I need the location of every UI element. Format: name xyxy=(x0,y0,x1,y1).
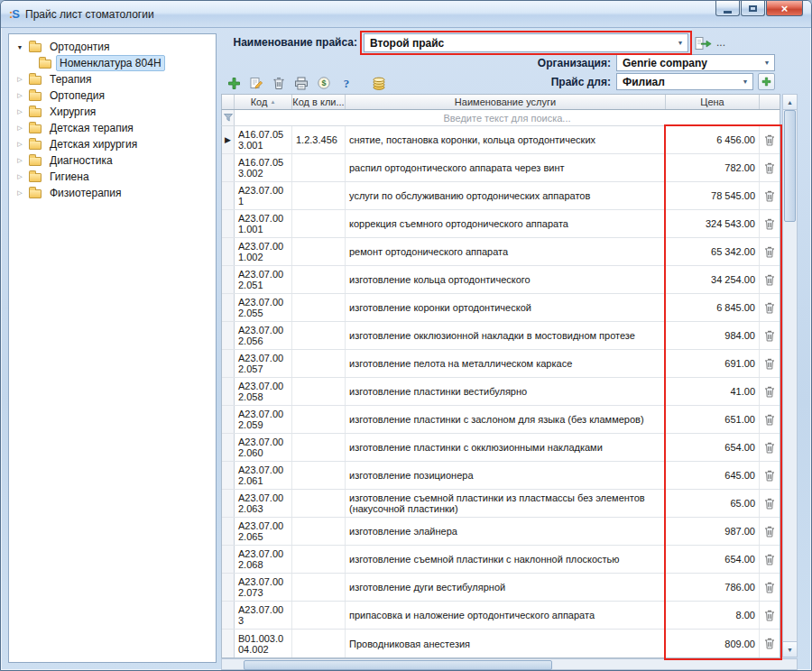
table-row[interactable]: A23.07.002.056изготовление окклюзионной … xyxy=(222,322,780,350)
row-delete-button[interactable] xyxy=(760,406,780,433)
row-delete-button[interactable] xyxy=(760,350,780,377)
expand-icon[interactable]: ▷ xyxy=(15,76,24,83)
app-window: :S Прайс лист стоматологии × ▼Ортодонтия… xyxy=(0,0,812,671)
row-indicator xyxy=(222,574,235,601)
scroll-down-button[interactable]: ▼ xyxy=(783,641,797,657)
add-button[interactable] xyxy=(226,75,242,91)
coins-button[interactable] xyxy=(371,75,387,91)
help-button[interactable]: ? xyxy=(338,75,355,91)
code-cell: A23.07.001.002 xyxy=(235,238,292,265)
table-row[interactable]: A23.07.002.058изготовление пластинки вес… xyxy=(222,378,780,406)
expand-icon[interactable]: ▷ xyxy=(15,157,24,164)
price-button[interactable]: $ xyxy=(316,75,332,91)
price-name-combobox[interactable]: Второй прайс ▼ xyxy=(364,33,688,52)
organization-combobox[interactable]: Genrie company ▼ xyxy=(616,54,775,71)
tree-item[interactable]: ▷Гигиена xyxy=(9,169,216,185)
expand-icon[interactable]: ▷ xyxy=(15,124,24,132)
tree-item[interactable]: ▷Хирургия xyxy=(9,104,216,120)
tree-item-label: Ортодонтия xyxy=(46,39,114,55)
row-delete-button[interactable] xyxy=(760,126,780,153)
expand-icon[interactable]: ▷ xyxy=(15,108,24,115)
table-row[interactable]: A16.07.053.002распил ортодонтического ап… xyxy=(222,154,780,182)
price-cell: 654.00 xyxy=(666,546,760,573)
row-delete-button[interactable] xyxy=(760,182,780,209)
tree-item[interactable]: ▷Ортопедия xyxy=(9,87,216,104)
row-delete-button[interactable] xyxy=(760,378,780,405)
tree-item[interactable]: ▷Физиотерапия xyxy=(9,185,216,201)
row-delete-button[interactable] xyxy=(760,630,780,657)
expand-icon[interactable]: ▷ xyxy=(15,141,24,148)
chevron-down-icon: ▼ xyxy=(760,60,774,66)
tree-item[interactable]: ▷Детская хирургия xyxy=(9,136,216,152)
horizontal-scroll-thumb[interactable] xyxy=(244,660,552,670)
table-row[interactable]: A23.07.002.068изготовление съемной пласт… xyxy=(222,546,780,574)
row-delete-button[interactable] xyxy=(760,602,780,629)
table-row[interactable]: A23.07.002.057изготовление пелота на мет… xyxy=(222,350,780,378)
row-delete-button[interactable] xyxy=(760,294,780,321)
row-delete-button[interactable] xyxy=(760,462,780,489)
row-delete-button[interactable] xyxy=(760,546,780,573)
column-header-client-code[interactable]: Код в кли... xyxy=(292,95,346,109)
price-cell: 987.00 xyxy=(666,518,760,545)
table-row[interactable]: A23.07.002.073изготовление дуги вестибул… xyxy=(222,574,780,602)
minimize-button[interactable] xyxy=(715,1,740,16)
vertical-scroll-thumb[interactable] xyxy=(784,110,796,222)
table-row[interactable]: A23.07.002.060изготовление пластинки с о… xyxy=(222,434,780,462)
row-delete-button[interactable] xyxy=(760,266,780,293)
tree-item[interactable]: ▷Детская терапия xyxy=(9,120,216,136)
scroll-up-button[interactable]: ▲ xyxy=(783,95,797,110)
expand-icon[interactable]: ▷ xyxy=(15,189,24,197)
table-row[interactable]: A23.07.002.063изготовление съемной пласт… xyxy=(222,490,780,518)
trash-icon xyxy=(764,526,775,538)
price-for-label: Прайс для: xyxy=(551,76,611,88)
horizontal-scrollbar[interactable] xyxy=(221,658,798,670)
row-delete-button[interactable] xyxy=(760,518,780,545)
column-header-price[interactable]: Цена xyxy=(666,95,760,109)
add-price-for-button[interactable] xyxy=(758,73,775,90)
row-delete-button[interactable] xyxy=(760,154,780,181)
export-price-button[interactable] xyxy=(693,35,715,51)
table-row[interactable]: A23.07.002.059изготовление пластинки с з… xyxy=(222,406,780,434)
row-indicator xyxy=(222,490,235,517)
row-delete-button[interactable] xyxy=(760,574,780,601)
row-delete-button[interactable] xyxy=(760,238,780,265)
column-header-code[interactable]: Код ▲ xyxy=(235,95,292,109)
table-row[interactable]: A23.07.002.061изготовление позиционера64… xyxy=(222,462,780,490)
tree-item[interactable]: ▼Ортодонтия xyxy=(9,39,216,55)
row-delete-button[interactable] xyxy=(760,210,780,237)
collapse-icon[interactable]: ▼ xyxy=(15,44,24,51)
row-indicator xyxy=(222,294,235,321)
vertical-scrollbar[interactable]: ▲ ▼ xyxy=(782,94,798,657)
column-header-service[interactable]: Наименование услуги xyxy=(346,95,666,109)
trash-icon xyxy=(764,610,775,621)
maximize-button[interactable] xyxy=(741,1,765,16)
row-delete-button[interactable] xyxy=(760,490,780,517)
filter-row[interactable]: Введите текст для поиска... xyxy=(221,110,780,126)
table-row[interactable]: B01.003.004.002Проводниковая анестезия80… xyxy=(222,630,780,657)
edit-button[interactable] xyxy=(248,75,264,91)
tree-item[interactable]: ▷Терапия xyxy=(9,71,216,87)
print-button[interactable] xyxy=(293,75,309,91)
table-row[interactable]: A23.07.002.055изготовление коронки ортод… xyxy=(222,294,780,322)
delete-button[interactable] xyxy=(271,75,287,91)
table-row[interactable]: A23.07.001.001коррекция съемного ортодон… xyxy=(222,210,780,238)
expand-icon[interactable]: ▷ xyxy=(15,173,24,180)
tree-item[interactable]: ▷Диагностика xyxy=(9,152,216,169)
table-row[interactable]: ▶A16.07.053.0011.2.3.456снятие, постанов… xyxy=(222,126,780,154)
close-button[interactable]: × xyxy=(766,1,803,16)
row-delete-button[interactable] xyxy=(760,434,780,461)
table-row[interactable]: A23.07.002.051изготовление кольца ортодо… xyxy=(222,266,780,294)
edit-icon xyxy=(249,76,263,90)
more-options-button[interactable]: ... xyxy=(716,36,725,49)
price-for-combobox[interactable]: Филиал ▼ xyxy=(616,73,753,90)
row-delete-button[interactable] xyxy=(760,322,780,349)
folder-icon xyxy=(29,76,42,85)
table-row[interactable]: A23.07.003припасовка и наложение ортодон… xyxy=(222,602,780,630)
table-row[interactable]: A23.07.001.002ремонт ортодонического апп… xyxy=(222,238,780,266)
tree-item-label: Терапия xyxy=(46,71,95,87)
trash-icon xyxy=(764,582,775,593)
expand-icon[interactable]: ▷ xyxy=(15,92,24,99)
tree-item[interactable]: Номенклатура 804Н xyxy=(9,55,216,71)
table-row[interactable]: A23.07.002.065изготовление элайнера987.0… xyxy=(222,518,780,546)
table-row[interactable]: A23.07.001услуги по обслуживанию ортодон… xyxy=(222,182,780,210)
